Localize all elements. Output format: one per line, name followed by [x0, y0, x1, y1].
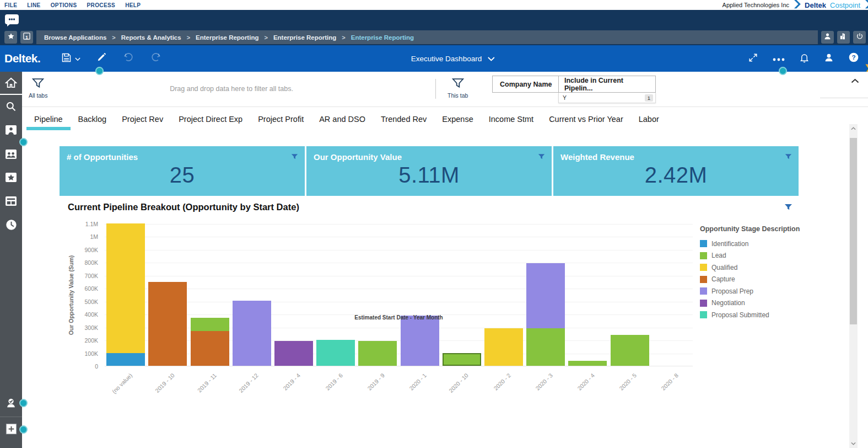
- filter-chip-company-name[interactable]: Company Name: [492, 76, 559, 93]
- bar-2020-1[interactable]: [401, 316, 439, 366]
- menu-item-process[interactable]: PROCESS: [87, 2, 115, 8]
- tab-pipeline[interactable]: Pipeline: [26, 107, 71, 134]
- gridline: [105, 276, 693, 276]
- bar-segment-lead[interactable]: [526, 328, 565, 366]
- bar-segment-capture[interactable]: [148, 282, 187, 366]
- bar-2019-10[interactable]: [148, 282, 187, 366]
- chat-icon[interactable]: [4, 14, 19, 27]
- gridline: [105, 263, 693, 263]
- breadcrumb-item[interactable]: Enterprise Reporting: [196, 34, 258, 41]
- more-options-button[interactable]: [773, 54, 785, 63]
- menu-item-file[interactable]: FILE: [4, 2, 17, 8]
- tab-trended-rev[interactable]: Trended Rev: [373, 107, 434, 134]
- bar-segment-qualified[interactable]: [484, 328, 523, 366]
- breadcrumb-item[interactable]: Reports & Analytics: [121, 34, 181, 41]
- kpi-filter-funnel-icon[interactable]: [291, 152, 298, 162]
- organization-button[interactable]: [837, 31, 850, 44]
- bar-2019-11[interactable]: [191, 318, 229, 366]
- tab-income-stmt[interactable]: Income Stmt: [481, 107, 541, 134]
- bar-segment-proposal-prep[interactable]: [401, 316, 439, 366]
- coach-mark-dot[interactable]: [19, 138, 28, 146]
- bar-segment-identification[interactable]: [106, 353, 145, 366]
- help-button[interactable]: ?: [848, 52, 859, 65]
- bar-2020-2[interactable]: [484, 328, 523, 366]
- vertical-scrollbar[interactable]: [849, 124, 858, 448]
- bar-2019-9[interactable]: [358, 341, 397, 366]
- bar-segment-lead[interactable]: [568, 361, 607, 366]
- user-button[interactable]: [824, 52, 834, 65]
- bar-2020-10[interactable]: [443, 353, 481, 366]
- kpi-filter-funnel-icon[interactable]: [538, 152, 545, 162]
- notifications-button[interactable]: [799, 52, 810, 66]
- menu-item-options[interactable]: OPTIONS: [51, 2, 77, 8]
- expand-button[interactable]: [748, 52, 758, 65]
- sidebar-item-user-check[interactable]: [0, 397, 22, 411]
- sidebar-item-people-folder[interactable]: [0, 149, 22, 162]
- tab-project-rev[interactable]: Project Rev: [114, 107, 171, 134]
- scroll-down-button[interactable]: [849, 442, 858, 445]
- window-button[interactable]: 1: [20, 31, 33, 44]
- legend-item-identification[interactable]: Identification: [700, 238, 813, 250]
- bar--no-value-[interactable]: [106, 223, 145, 366]
- bar-2020-5[interactable]: [611, 335, 649, 366]
- sidebar-item-employee-folder[interactable]: [0, 125, 22, 137]
- this-tab-filter[interactable]: This tab: [448, 78, 468, 99]
- legend-item-proposal-prep[interactable]: Proposal Prep: [700, 285, 813, 297]
- tab-current-vs-prior-year[interactable]: Current vs Prior Year: [541, 107, 631, 134]
- coach-mark-dot[interactable]: [95, 67, 104, 75]
- sidebar-item-organization-folder[interactable]: [0, 196, 22, 209]
- legend-item-lead[interactable]: Lead: [700, 250, 813, 262]
- tab-project-direct-exp[interactable]: Project Direct Exp: [171, 107, 250, 134]
- edit-button[interactable]: [96, 52, 107, 65]
- kpi-title: # of Opportunities: [67, 152, 138, 162]
- all-tabs-filter[interactable]: All tabs: [29, 78, 47, 99]
- bar-segment-proposal-submitted[interactable]: [316, 340, 355, 366]
- sidebar-item-add[interactable]: [0, 423, 22, 437]
- bar-segment-capture[interactable]: [191, 331, 229, 366]
- coach-mark-dot[interactable]: [19, 399, 28, 407]
- bar-segment-lead[interactable]: [443, 353, 481, 366]
- filter-chip-include-in-pipeline[interactable]: Include in Current Pipelin... Y 1: [558, 76, 656, 103]
- kpi-filter-funnel-icon[interactable]: [785, 152, 792, 162]
- sidebar-item-favorites-folder[interactable]: [0, 172, 22, 185]
- user-profile-button[interactable]: [821, 31, 834, 44]
- bar-segment-lead[interactable]: [611, 335, 649, 366]
- bar-segment-qualified[interactable]: [106, 223, 145, 353]
- bar-2019-12[interactable]: [233, 301, 271, 366]
- chart-filter-funnel-icon[interactable]: [784, 203, 792, 213]
- sidebar-item-search[interactable]: [0, 101, 22, 114]
- menu-item-line[interactable]: LINE: [27, 2, 40, 8]
- legend-item-proposal-submitted[interactable]: Proposal Submitted: [700, 309, 813, 321]
- logout-button[interactable]: [853, 31, 866, 44]
- tab-backlog[interactable]: Backlog: [71, 107, 115, 134]
- breadcrumb-item[interactable]: Enterprise Reporting: [273, 34, 336, 41]
- legend-item-capture[interactable]: Capture: [700, 274, 813, 286]
- breadcrumb-item[interactable]: Enterprise Reporting: [351, 34, 414, 41]
- tab-labor[interactable]: Labor: [631, 107, 667, 134]
- collapse-filter-bar-button[interactable]: [851, 76, 859, 86]
- sidebar-item-history-clock[interactable]: [0, 219, 22, 233]
- save-button[interactable]: [61, 52, 80, 66]
- bar-2019-6[interactable]: [316, 340, 355, 366]
- bar-2019-4[interactable]: [274, 341, 313, 366]
- legend-item-qualified[interactable]: Qualified: [700, 262, 813, 274]
- active-sidebar-indicator: [0, 94, 22, 95]
- filter-dropzone[interactable]: Drag and drop data here to filter all ta…: [55, 72, 408, 106]
- bar-segment-lead[interactable]: [358, 341, 397, 366]
- scroll-up-button[interactable]: [849, 127, 858, 130]
- menu-item-help[interactable]: HELP: [125, 2, 141, 8]
- dashboard-selector[interactable]: Executive Dashboard: [411, 45, 495, 72]
- bar-segment-negotiation[interactable]: [274, 341, 313, 366]
- tab-expense[interactable]: Expense: [434, 107, 481, 134]
- bar-2020-4[interactable]: [568, 361, 607, 366]
- scrollbar-thumb[interactable]: [850, 138, 857, 324]
- tab-ar-and-dso[interactable]: AR and DSO: [311, 107, 373, 134]
- tab-project-profit[interactable]: Project Profit: [250, 107, 311, 134]
- coach-mark-dot[interactable]: [19, 425, 28, 434]
- bar-segment-proposal-prep[interactable]: [233, 301, 271, 366]
- coach-mark-dot[interactable]: [779, 67, 787, 75]
- sidebar-item-home[interactable]: [0, 77, 22, 90]
- legend-item-negotiation[interactable]: Negotiation: [700, 297, 813, 310]
- favorites-star-button[interactable]: [4, 31, 17, 44]
- breadcrumb-item[interactable]: Browse Applications: [44, 34, 106, 41]
